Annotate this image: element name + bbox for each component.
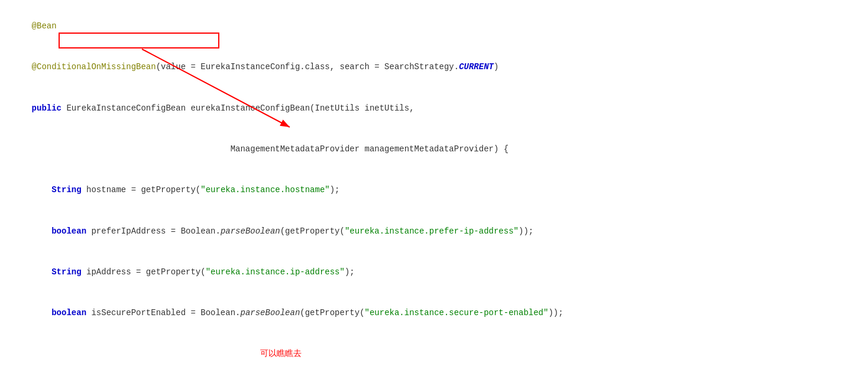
- annotation-conditional: @ConditionalOnMissingBean: [32, 62, 156, 72]
- current-text: CURRENT: [459, 62, 494, 72]
- chinese-annotation: 可以瞧瞧去: [260, 349, 302, 358]
- code-line-6: boolean preferIpAddress = Boolean.parseB…: [12, 210, 856, 251]
- code-line-10: String serverContextPath = env.getProper…: [12, 375, 856, 379]
- annotation-bean: @Bean: [32, 21, 57, 31]
- code-line-3: public EurekaInstanceConfigBean eurekaIn…: [12, 88, 856, 129]
- code-line-5: String hostname = getProperty("eureka.in…: [12, 170, 856, 210]
- code-line-9: 可以瞧瞧去: [12, 333, 856, 374]
- code-line-8: boolean isSecurePortEnabled = Boolean.pa…: [12, 293, 856, 333]
- code-container: @Bean @ConditionalOnMissingBean(value = …: [0, 0, 868, 379]
- code-line-4: ManagementMetadataProvider managementMet…: [12, 129, 856, 170]
- code-line-1: @Bean: [12, 6, 856, 47]
- code-line-2: @ConditionalOnMissingBean(value = Eureka…: [12, 47, 856, 88]
- code-line-7: String ipAddress = getProperty("eureka.i…: [12, 252, 856, 293]
